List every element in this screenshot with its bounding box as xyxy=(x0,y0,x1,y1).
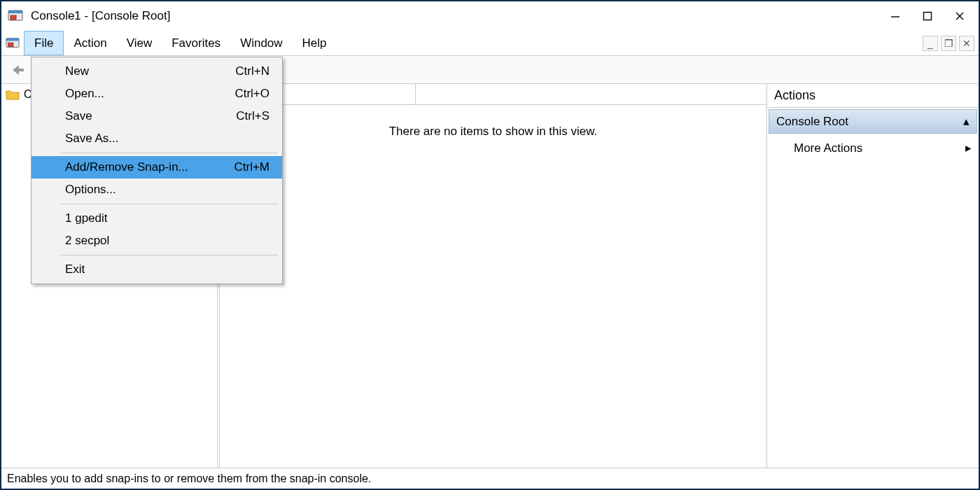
mdi-window-controls: _ ❐ ✕ xyxy=(923,31,974,55)
menu-file[interactable]: File xyxy=(24,31,64,55)
menu-separator xyxy=(61,204,278,204)
menu-separator xyxy=(61,153,278,153)
actions-pane-header: Actions xyxy=(767,84,979,108)
actions-item-label: More Actions xyxy=(794,141,862,155)
window-title: Console1 - [Console Root] xyxy=(31,9,170,23)
file-menu-dropdown: New Ctrl+N Open... Ctrl+O Save Ctrl+S Sa… xyxy=(31,57,283,284)
file-menu-add-remove-snapin[interactable]: Add/Remove Snap-in... Ctrl+M xyxy=(31,156,282,178)
statusbar: Enables you to add snap-ins to or remove… xyxy=(1,468,979,489)
mmc-doc-icon xyxy=(1,31,24,55)
actions-pane: Actions Console Root ▴ More Actions ▸ xyxy=(767,84,979,468)
titlebar: Console1 - [Console Root] xyxy=(1,1,979,31)
file-menu-save-as[interactable]: Save As... xyxy=(31,127,282,150)
file-menu-open[interactable]: Open... Ctrl+O xyxy=(31,83,282,105)
svg-rect-9 xyxy=(8,43,13,46)
svg-rect-8 xyxy=(6,38,19,41)
menu-help[interactable]: Help xyxy=(293,31,337,55)
actions-section-title: Console Root xyxy=(776,115,848,129)
file-menu-options[interactable]: Options... xyxy=(31,178,282,201)
svg-rect-4 xyxy=(924,13,932,20)
window-close-button[interactable] xyxy=(944,3,976,29)
file-menu-exit[interactable]: Exit xyxy=(31,258,282,281)
actions-section-header[interactable]: Console Root ▴ xyxy=(769,109,977,134)
toolbar-back-button[interactable] xyxy=(6,59,29,80)
svg-rect-2 xyxy=(10,15,16,20)
mdi-restore-button[interactable]: ❐ xyxy=(941,36,956,51)
file-menu-recent-1[interactable]: 1 gpedit xyxy=(31,207,282,230)
collapse-arrow-icon: ▴ xyxy=(963,114,969,129)
svg-rect-10 xyxy=(18,69,24,71)
content-pane: There are no items to show in this view. xyxy=(220,84,767,468)
menubar: File Action View Favorites Window Help _… xyxy=(1,31,979,56)
menu-action[interactable]: Action xyxy=(64,31,116,55)
mdi-close-button[interactable]: ✕ xyxy=(959,36,974,51)
mmc-app-icon xyxy=(7,8,24,24)
folder-icon xyxy=(6,89,20,100)
content-column-header[interactable] xyxy=(220,84,766,105)
svg-rect-1 xyxy=(8,10,22,13)
file-menu-recent-2[interactable]: 2 secpol xyxy=(31,230,282,252)
statusbar-text: Enables you to add snap-ins to or remove… xyxy=(7,472,371,485)
menu-view[interactable]: View xyxy=(117,31,162,55)
file-menu-new[interactable]: New Ctrl+N xyxy=(31,60,282,83)
mdi-minimize-button[interactable]: _ xyxy=(923,36,938,51)
menu-favorites[interactable]: Favorites xyxy=(162,31,230,55)
menu-window[interactable]: Window xyxy=(230,31,292,55)
window-minimize-button[interactable] xyxy=(879,3,911,29)
window-maximize-button[interactable] xyxy=(911,3,944,29)
content-empty-text: There are no items to show in this view. xyxy=(220,125,766,139)
file-menu-save[interactable]: Save Ctrl+S xyxy=(31,105,282,127)
menu-separator xyxy=(61,255,278,255)
actions-item-more-actions[interactable]: More Actions ▸ xyxy=(767,135,979,161)
submenu-arrow-icon: ▸ xyxy=(965,141,972,155)
